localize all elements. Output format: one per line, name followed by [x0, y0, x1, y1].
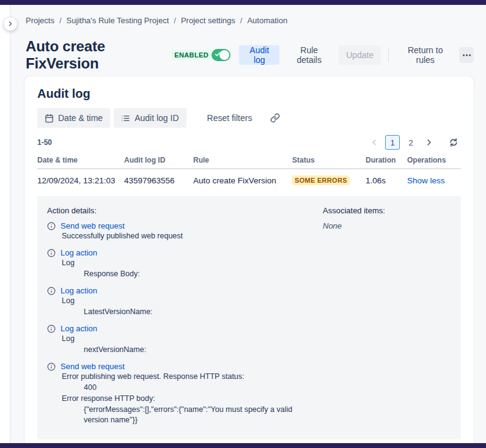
audit-action-item: Log actionLognextVersionName:	[47, 324, 323, 355]
info-icon	[47, 222, 56, 230]
action-log-line: Error publishing web request. Response H…	[62, 372, 295, 382]
cell-rule-name: Auto create FixVersion	[193, 176, 292, 185]
date-time-filter-button[interactable]: Date & time	[37, 108, 110, 128]
next-page-button[interactable]	[422, 135, 436, 150]
header-controls: Audit log Rule details Update Return to …	[212, 45, 474, 65]
audit-action-body: Successfully published web request	[62, 231, 323, 241]
col-header-id: Audit log ID	[124, 156, 193, 164]
audit-action-head: Send web request	[47, 221, 323, 230]
action-log-line: Log	[62, 334, 295, 344]
info-icon	[47, 249, 56, 257]
info-icon	[47, 362, 56, 371]
breadcrumb-project-settings[interactable]: Project settings	[181, 16, 235, 25]
associated-items-label: Associated items:	[323, 206, 451, 215]
audit-log-heading: Audit log	[37, 86, 461, 101]
action-log-line: nextVersionName:	[84, 345, 317, 355]
filter-row: Date & time Audit log ID Reset filters	[37, 108, 461, 128]
col-header-duration: Duration	[366, 156, 407, 164]
breadcrumb: Projects / Sujitha's Rule Testing Projec…	[26, 16, 287, 25]
bottom-bar	[0, 443, 486, 448]
pagination: 1 2	[367, 135, 461, 150]
rule-details-button[interactable]: Rule details	[284, 45, 334, 65]
cell-duration: 1.06s	[366, 176, 407, 185]
reset-filters-button[interactable]: Reset filters	[201, 108, 259, 128]
col-header-date: Date & time	[37, 156, 124, 164]
calendar-icon	[45, 114, 54, 123]
info-icon	[47, 287, 56, 295]
audit-action-head: Log action	[47, 324, 323, 333]
audit-action-item: Send web requestSuccessfully published w…	[47, 221, 323, 241]
action-log-line: {"errorMessages":[],"errors":{"name":"Yo…	[84, 405, 317, 425]
return-to-rules-button[interactable]: Return to rules	[396, 45, 454, 65]
rule-enabled-toggle[interactable]	[212, 49, 230, 61]
action-log-line: Log	[62, 258, 295, 268]
audit-action-body: LognextVersionName:	[62, 334, 323, 355]
page-title: Auto create FixVersion	[26, 38, 161, 72]
audit-details-panel: Action details: Send web requestSuccessf…	[37, 196, 461, 439]
range-row: 1-50 1 2	[37, 134, 461, 151]
audit-action-item: Send web requestError publishing web req…	[47, 362, 323, 425]
audit-log-id-filter-button[interactable]: Audit log ID	[114, 108, 186, 128]
audit-action-body: LogLatestVersionName:	[62, 296, 323, 317]
action-log-line: Error response HTTP body:	[62, 394, 295, 404]
breadcrumb-automation[interactable]: Automation	[247, 16, 287, 25]
table-header-row: Date & time Audit log ID Rule Status Dur…	[37, 152, 461, 169]
audit-action-body: Error publishing web request. Response H…	[62, 372, 323, 425]
action-component-link[interactable]: Log action	[61, 248, 97, 257]
action-component-link[interactable]: Send web request	[61, 221, 125, 230]
toggle-knob	[219, 50, 229, 60]
page-2-button[interactable]: 2	[403, 135, 418, 150]
action-component-link[interactable]: Log action	[61, 286, 97, 295]
action-log-line: Log	[62, 296, 295, 306]
audit-log-id-filter-label: Audit log ID	[134, 113, 179, 123]
audit-action-body: LogResponse Body:	[62, 258, 323, 279]
action-details-label: Action details:	[47, 206, 323, 215]
toolbar-divider	[388, 48, 389, 62]
col-header-status: Status	[292, 156, 366, 164]
associated-items-value: None	[323, 221, 451, 230]
link-icon	[270, 113, 280, 123]
action-details-section: Action details: Send web requestSuccessf…	[47, 206, 323, 432]
cell-audit-log-id: 43597963556	[124, 176, 193, 185]
breadcrumb-separator: /	[174, 16, 176, 25]
previous-page-button[interactable]	[367, 135, 381, 150]
chevron-right-icon	[424, 138, 434, 147]
audit-action-head: Log action	[47, 286, 323, 295]
list-icon	[121, 114, 130, 123]
action-log-line: LatestVersionName:	[84, 307, 317, 317]
breadcrumb-separator: /	[59, 16, 62, 25]
sidebar-rail	[0, 5, 10, 443]
audit-log-card: Audit log Date & time Audit log ID Reset…	[24, 76, 474, 448]
page-1-button[interactable]: 1	[385, 135, 400, 150]
refresh-icon	[449, 138, 458, 147]
status-badge: SOME ERRORS	[292, 175, 350, 185]
col-header-rule: Rule	[193, 156, 292, 164]
table-row: 12/09/2024, 13:21:03 43597963556 Auto cr…	[37, 169, 461, 191]
breadcrumb-project-name[interactable]: Sujitha's Rule Testing Project	[67, 16, 169, 25]
action-component-link[interactable]: Log action	[61, 324, 97, 333]
associated-items-section: Associated items: None	[323, 206, 451, 432]
action-items-list: Send web requestSuccessfully published w…	[47, 221, 323, 425]
info-icon	[47, 325, 56, 333]
audit-action-head: Log action	[47, 248, 323, 257]
date-time-filter-label: Date & time	[58, 113, 103, 123]
action-component-link[interactable]: Send web request	[61, 362, 125, 371]
audit-action-item: Log actionLogLatestVersionName:	[47, 286, 323, 317]
refresh-button[interactable]	[446, 135, 461, 150]
enabled-status-badge: ENABLED	[171, 50, 212, 60]
action-log-line: 400	[84, 383, 317, 393]
audit-log-tab-button[interactable]: Audit log	[239, 45, 279, 65]
breadcrumb-separator: /	[240, 16, 243, 25]
audit-action-item: Log actionLogResponse Body:	[47, 248, 323, 279]
results-range-label: 1-50	[37, 138, 52, 147]
cell-date: 12/09/2024, 13:21:03	[37, 176, 124, 185]
action-log-line: Response Body:	[84, 269, 317, 279]
permalink-button[interactable]	[268, 111, 282, 125]
update-button[interactable]: Update	[339, 45, 381, 65]
breadcrumb-projects[interactable]: Projects	[26, 16, 54, 25]
col-header-operations: Operations	[407, 156, 461, 164]
expand-sidebar-button[interactable]	[3, 17, 18, 31]
chevron-left-icon	[369, 138, 379, 147]
show-less-link[interactable]: Show less	[407, 176, 461, 185]
more-actions-button[interactable]: •••	[459, 47, 474, 63]
